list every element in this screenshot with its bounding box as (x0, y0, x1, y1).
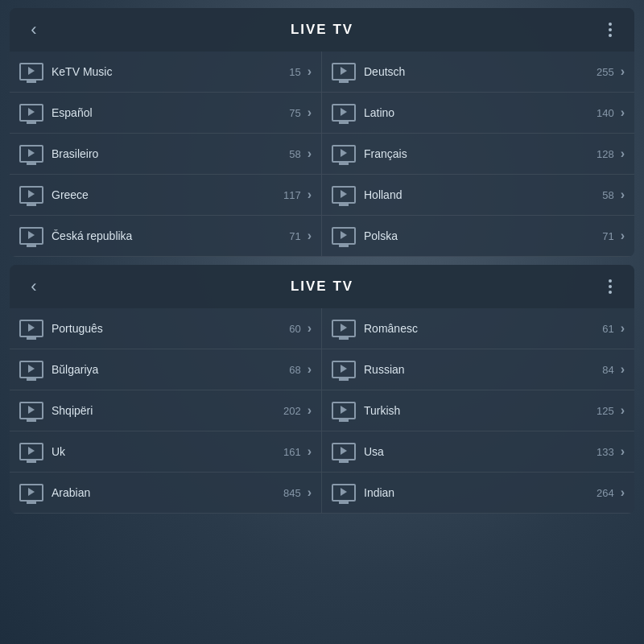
item-name: Turkish (364, 404, 592, 417)
list-item[interactable]: Usa 133 › (322, 431, 634, 473)
back-button-1[interactable]: ‹ (23, 19, 45, 40)
item-count: 58 (592, 189, 614, 201)
item-name: Latino (364, 106, 592, 119)
play-icon (341, 447, 347, 455)
list-item[interactable]: KeTV Music 15 › (10, 52, 322, 93)
item-count: 15 (279, 66, 301, 78)
list-item[interactable]: Español 75 › (10, 93, 322, 134)
chevron-icon: › (308, 188, 312, 202)
list-item[interactable]: Greece 117 › (10, 175, 322, 216)
item-name: Español (52, 106, 279, 119)
chevron-icon: › (621, 188, 625, 202)
item-name: Česká republika (52, 229, 279, 242)
chevron-icon: › (308, 362, 312, 377)
item-name: KeTV Music (52, 65, 279, 78)
play-icon (28, 149, 35, 157)
list-item[interactable]: Latino 140 › (322, 93, 634, 134)
chevron-icon: › (308, 444, 312, 459)
item-count: 84 (592, 364, 614, 376)
list-item[interactable]: Indian 264 › (322, 473, 634, 514)
list-item[interactable]: Românesc 61 › (322, 308, 634, 349)
item-count: 133 (592, 446, 614, 458)
item-count: 71 (592, 230, 614, 242)
back-button-2[interactable]: ‹ (23, 276, 45, 297)
play-icon (28, 324, 35, 332)
play-icon (28, 67, 35, 75)
more-button-1[interactable] (599, 23, 621, 37)
tv-icon (332, 320, 356, 337)
item-count: 255 (592, 66, 614, 78)
play-icon (341, 231, 347, 239)
list-item[interactable]: Brasileiro 58 › (10, 134, 322, 175)
tv-icon (19, 361, 43, 378)
dot-6 (609, 291, 612, 294)
play-icon (28, 447, 35, 455)
play-icon (28, 190, 35, 198)
list-item[interactable]: Bŭlgariya 68 › (10, 349, 322, 390)
tv-icon (19, 484, 43, 502)
list-item[interactable]: Shqipëri 202 › (10, 390, 322, 431)
tv-icon (19, 320, 43, 337)
list-item[interactable]: Português 60 › (10, 308, 322, 349)
chevron-icon: › (621, 229, 625, 243)
more-button-2[interactable] (599, 279, 621, 294)
chevron-icon: › (621, 105, 625, 120)
chevron-icon: › (308, 147, 312, 161)
play-icon (341, 149, 347, 157)
list-item[interactable]: Holland 58 › (322, 175, 634, 216)
list-item[interactable]: Turkish 125 › (322, 390, 634, 431)
panel-1-header: ‹ LIVE TV (10, 8, 634, 52)
play-icon (341, 406, 347, 414)
dot-5 (609, 285, 612, 288)
play-icon (28, 231, 35, 239)
panel-1: ‹ LIVE TV KeTV Music 15 › Deutsch 255 › (10, 8, 634, 257)
play-icon (28, 365, 35, 373)
chevron-icon: › (621, 444, 625, 459)
item-count: 125 (592, 405, 614, 417)
panel-2-header: ‹ LIVE TV (10, 265, 634, 308)
tv-icon (19, 63, 43, 80)
item-count: 202 (279, 405, 301, 417)
play-icon (28, 488, 35, 496)
dot-2 (609, 28, 612, 31)
tv-icon (332, 361, 356, 378)
item-name: Polska (364, 229, 592, 242)
item-name: Français (364, 147, 592, 160)
chevron-icon: › (621, 403, 625, 418)
item-count: 75 (279, 107, 301, 119)
list-item[interactable]: Français 128 › (322, 134, 634, 175)
dot-4 (609, 279, 612, 283)
chevron-icon: › (621, 321, 625, 336)
item-name: Indian (364, 486, 592, 499)
chevron-icon: › (308, 64, 312, 79)
tv-icon (19, 145, 43, 163)
item-count: 61 (592, 323, 614, 335)
chevron-icon: › (621, 485, 625, 500)
play-icon (28, 406, 35, 414)
chevron-icon: › (308, 321, 312, 336)
panel-1-title: LIVE TV (291, 22, 353, 38)
chevron-icon: › (308, 229, 312, 243)
item-count: 845 (279, 487, 301, 499)
list-item[interactable]: Polska 71 › (322, 216, 634, 257)
list-item[interactable]: Deutsch 255 › (322, 52, 634, 93)
item-name: Usa (364, 445, 592, 458)
play-icon (28, 108, 35, 116)
list-item[interactable]: Uk 161 › (10, 431, 322, 473)
item-count: 68 (279, 364, 301, 376)
tv-icon (332, 104, 356, 122)
list-item[interactable]: Russian 84 › (322, 349, 634, 390)
item-name: Português (52, 322, 279, 335)
play-icon (341, 67, 347, 75)
panel-1-grid: KeTV Music 15 › Deutsch 255 › Español 75… (10, 52, 634, 257)
chevron-icon: › (621, 147, 625, 161)
tv-icon (19, 186, 43, 204)
list-item[interactable]: Česká republika 71 › (10, 216, 322, 257)
panel-2-title: LIVE TV (291, 279, 353, 295)
item-count: 264 (592, 487, 614, 499)
item-count: 140 (592, 107, 614, 119)
play-icon (341, 324, 347, 332)
list-item[interactable]: Arabian 845 › (10, 473, 322, 514)
item-name: Russian (364, 363, 592, 376)
tv-icon (332, 443, 356, 460)
